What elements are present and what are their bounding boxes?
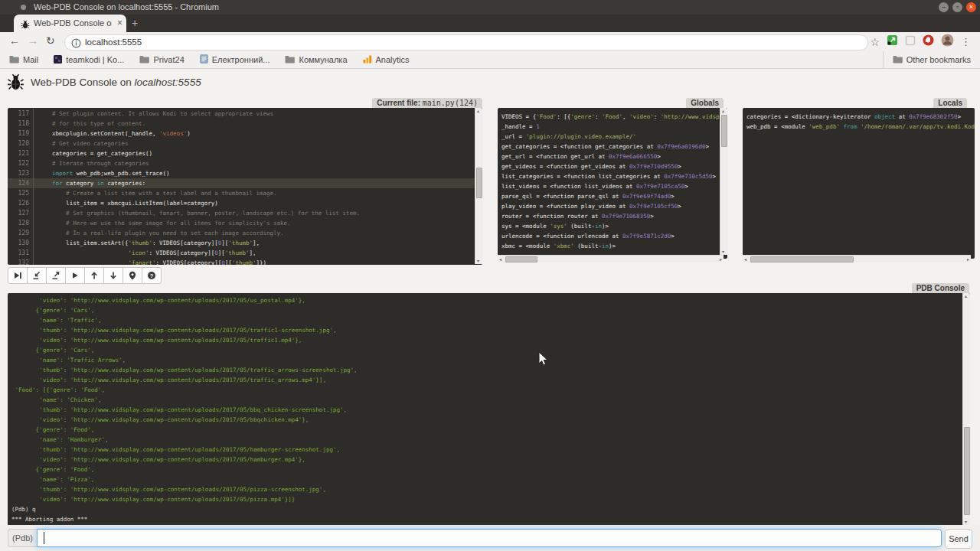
globals-line: VIDEOS = {'Food': [{'genre': 'Food', 'vi…: [501, 112, 727, 122]
prompt-row: (Pdb) Send: [0, 525, 980, 551]
line-number: 118: [8, 119, 34, 129]
pdb-step-button[interactable]: [27, 267, 47, 284]
code-line: 132 'fanart': VIDEOS[category][0]['thumb…: [8, 258, 482, 265]
line-number: 127: [8, 208, 34, 218]
pdb-up-button[interactable]: [84, 267, 104, 284]
other-bookmarks-button[interactable]: Other bookmarks: [883, 51, 971, 68]
send-button[interactable]: Send: [945, 529, 972, 549]
locals-line: web_pdb = <module 'web_pdb' from '/home/…: [746, 122, 975, 132]
globals-hscrollbar[interactable]: ◂ ▸: [498, 255, 724, 262]
folder-icon: [9, 55, 19, 65]
globals-line: list_categories = <function list_categor…: [501, 171, 727, 181]
console-line: 'thumb': 'http://www.vidsplay.com/wp-con…: [11, 365, 970, 375]
globals-line: urlencode = <function urlencode at 0x7f9…: [501, 231, 727, 241]
globals-vscrollbar[interactable]: ▴ ▾: [720, 108, 727, 255]
extension-adblock-icon[interactable]: [923, 34, 934, 49]
globals-line: xbmc = <module 'xbmc' (built-in)>: [501, 241, 727, 251]
web-pdb-bug-icon: [7, 73, 24, 94]
code-panel: 117 # Set plugin content. It allows Kodi…: [8, 108, 482, 265]
bookmark-item[interactable]: Analytics: [363, 55, 410, 65]
pdb-continue-button[interactable]: [65, 267, 85, 284]
forward-icon[interactable]: →: [28, 34, 38, 47]
browser-tab[interactable]: Web-PDB Console on loca ×: [14, 15, 126, 32]
bookmark-star-icon[interactable]: ☆: [870, 36, 880, 48]
profile-avatar[interactable]: [941, 34, 954, 50]
folder-icon: [285, 55, 295, 65]
code-line: 122 # Iterate through categories: [8, 158, 482, 168]
page-title-host: localhost:5555: [135, 77, 201, 88]
console-line: 'Food': [{'genre': 'Food',: [11, 385, 970, 395]
console-line: *** Aborting addon ***: [11, 514, 970, 524]
reload-icon[interactable]: ↻: [46, 34, 55, 47]
new-tab-button[interactable]: +: [132, 17, 138, 29]
locals-hscrollbar[interactable]: ◂ ▸: [743, 255, 971, 262]
line-number: 126: [8, 198, 34, 208]
screen: Web-PDB Console on localhost:5555 - Chro…: [0, 0, 980, 551]
maximize-button[interactable]: ▫: [952, 2, 962, 12]
code-line: 121 categories = get_categories(): [8, 148, 482, 158]
tab-title: Web-PDB Console on loca: [34, 18, 112, 28]
console-line: 'video': 'http://www.vidsplay.com/wp-con…: [11, 335, 970, 345]
pdb-down-button[interactable]: [103, 267, 123, 284]
minimize-button[interactable]: –: [939, 2, 949, 12]
console-line: {'genre': 'Food',: [11, 425, 970, 435]
code-line: 119 xbmcplugin.setContent(_handle, 'vide…: [8, 129, 482, 139]
close-button[interactable]: ×: [966, 2, 976, 12]
code-line: 129 # In a real-life plugin you need to …: [8, 228, 482, 238]
extension-disabled-icon[interactable]: [905, 35, 916, 49]
pdb-toolbar: ?: [8, 267, 162, 284]
code-scrollbar[interactable]: ▴ ▾: [475, 108, 482, 264]
console-line: 'name': 'Pizza',: [11, 474, 970, 484]
code-line: 124 for category in categories:: [8, 178, 482, 188]
console-scrollbar[interactable]: ▴ ▾: [962, 293, 970, 525]
bookmark-item[interactable]: Електронний...: [200, 54, 270, 65]
console-line: 'thumb': 'http://www.vidsplay.com/wp-con…: [11, 405, 970, 415]
console-line: 'video': 'http://www.vidsplay.com/wp-con…: [11, 375, 970, 385]
extension-resizer-icon[interactable]: [887, 34, 898, 49]
line-number: 119: [8, 129, 34, 139]
console-line: 'name': 'Traffic',: [11, 315, 970, 325]
menu-icon[interactable]: ⋮: [961, 36, 971, 47]
bookmark-item[interactable]: teamkodi | Ko...: [54, 55, 124, 65]
code-line: 126 list_item = xbmcgui.ListItem(label=c…: [8, 198, 482, 208]
page-title: Web-PDB Console on localhost:5555: [31, 77, 201, 88]
tab-close-icon[interactable]: ×: [117, 18, 122, 28]
globals-line: _url = 'plugin://plugin.video.example/': [501, 132, 727, 142]
url-text: localhost:5555: [85, 37, 142, 47]
folder-icon: [893, 55, 903, 65]
document-icon: [200, 54, 208, 65]
console-line: 'video': 'http://www.vidsplay.com/wp-con…: [11, 415, 970, 425]
pdb-return-button[interactable]: [46, 267, 66, 284]
line-number: 132: [8, 258, 34, 265]
globals-line: list_videos = <function list_videos at 0…: [501, 181, 727, 191]
globals-line: get_categories = <function get_categorie…: [501, 142, 727, 152]
code-line: 130 list_item.setArt({'thumb': VIDEOS[ca…: [8, 238, 482, 248]
globals-line: play_video = <function play_video at 0x7…: [501, 201, 727, 211]
console-line: {'genre': 'Cars',: [11, 345, 970, 355]
pdb-next-button[interactable]: [8, 267, 28, 284]
locals-line: categories = <dictionary-keyiterator obj…: [746, 112, 975, 122]
bookmark-item[interactable]: Mail: [9, 55, 38, 65]
line-number: 123: [8, 168, 34, 178]
pdb-where-button[interactable]: [122, 267, 142, 284]
line-number: 120: [8, 139, 34, 148]
bug-favicon-icon: [21, 18, 30, 32]
bookmark-item[interactable]: Privat24: [139, 55, 184, 65]
line-number: 122: [8, 158, 34, 168]
back-icon[interactable]: ←: [9, 34, 20, 47]
url-bar[interactable]: localhost:5555: [64, 34, 868, 51]
console-line: (Pdb) q: [11, 504, 970, 514]
console-line: 'name': 'Traffic Arrows',: [11, 355, 970, 365]
address-toolbar: ← → ↻ localhost:5555 ☆ ⋮: [0, 32, 980, 51]
window-titlebar: Web-PDB Console on localhost:5555 - Chro…: [0, 0, 980, 15]
tab-strip: Web-PDB Console on loca × +: [0, 15, 980, 32]
pdb-command-input[interactable]: [37, 529, 942, 547]
globals-line: get_videos = <function get_videos at 0x7…: [501, 161, 727, 171]
globals-line: get_url = <function get_url at 0x7f9e6a0…: [501, 152, 727, 161]
console-line: {'genre': 'Food',: [11, 465, 970, 474]
console-line: 'name': 'Hamburger',: [11, 435, 970, 445]
pdb-console-panel: 'video': 'http://www.vidsplay.com/wp-con…: [8, 293, 970, 527]
site-info-icon[interactable]: [71, 37, 81, 51]
bookmark-item[interactable]: Коммуналка: [285, 55, 347, 65]
pdb-help-button[interactable]: ?: [142, 267, 162, 284]
